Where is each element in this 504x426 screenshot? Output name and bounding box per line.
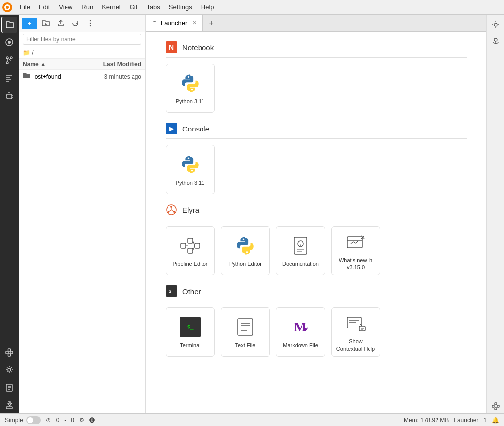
menu-run[interactable]: Run <box>77 2 97 12</box>
toggle-switch-control[interactable] <box>26 416 41 424</box>
section-elyra: Elyra P <box>166 204 467 275</box>
upload-button[interactable] <box>54 17 67 30</box>
python-editor-icon <box>234 234 257 258</box>
card-python311-notebook[interactable]: Python 3.11 <box>166 64 215 113</box>
sidebar-item-notebook-tools[interactable] <box>1 380 17 395</box>
card-show-contextual-help[interactable]: Show Contextual Help <box>331 307 380 357</box>
file-list-header: Name ▲ Last Modified <box>19 59 145 70</box>
tab-launcher[interactable]: 🗒 Launcher ✕ <box>146 15 203 31</box>
terminal-settings-icon[interactable]: ⚙ <box>79 417 84 423</box>
menu-edit[interactable]: Edit <box>35 2 54 12</box>
toggle-knob <box>27 417 33 423</box>
breadcrumb-icon: 📁 <box>23 49 30 56</box>
file-modified: 3 minutes ago <box>82 73 141 80</box>
card-documentation[interactable]: i Documentation <box>276 226 325 275</box>
svg-rect-30 <box>238 319 253 335</box>
sidebar-item-toc[interactable] <box>1 70 17 86</box>
console-section-icon: ▶ <box>166 123 177 134</box>
svg-point-2 <box>6 6 9 9</box>
card-markdown-file[interactable]: M Markdown File <box>276 307 325 357</box>
simple-mode-label: Simple <box>5 417 23 424</box>
statusbar-right: Mem: 178.92 MB Launcher 1 🔔 <box>404 417 499 424</box>
refresh-button[interactable] <box>69 17 82 30</box>
card-markdown-file-label: Markdown File <box>283 342 318 349</box>
menu-settings[interactable]: Settings <box>165 2 196 12</box>
notification-icon[interactable]: 🔔 <box>492 417 499 424</box>
mem-label: Mem: 178.92 MB <box>404 417 449 424</box>
extension-right-button[interactable] <box>489 399 503 413</box>
search-input[interactable] <box>23 34 141 45</box>
svg-rect-14 <box>6 407 12 409</box>
section-elyra-header: Elyra <box>166 204 467 220</box>
svg-point-4 <box>8 41 11 44</box>
search-bar <box>19 32 145 47</box>
section-elyra-title: Elyra <box>182 206 199 214</box>
svg-point-12 <box>8 368 11 371</box>
svg-rect-25 <box>195 243 200 248</box>
sort-icon: ▲ <box>40 61 46 67</box>
kernel-count-icon: ⏱ <box>46 417 51 423</box>
card-pipeline-editor[interactable]: Pipeline Editor <box>166 226 215 275</box>
svg-rect-11 <box>8 354 11 356</box>
card-text-file[interactable]: Text File <box>221 307 270 357</box>
status-bar: Simple ⏱ 0 ▪ 0 ⚙ 🅒 Mem: 178.92 MB Launch… <box>0 413 504 426</box>
svg-rect-23 <box>188 238 193 243</box>
file-toolbar: + + <box>19 15 145 32</box>
card-show-contextual-help-label: Show Contextual Help <box>336 338 376 352</box>
list-item[interactable]: lost+found 3 minutes ago <box>19 70 145 83</box>
new-folder-button[interactable] <box>39 17 52 30</box>
svg-rect-8 <box>6 351 8 354</box>
new-tab-button[interactable]: + <box>204 16 219 31</box>
show-contextual-help-icon <box>344 312 368 335</box>
terminal-count: 0 <box>71 417 74 424</box>
simple-mode-toggle[interactable]: Simple <box>5 416 41 424</box>
svg-rect-39 <box>495 408 497 410</box>
card-pipeline-editor-label: Pipeline Editor <box>173 261 208 267</box>
sidebar-item-running[interactable] <box>1 34 17 50</box>
column-name-header[interactable]: Name ▲ <box>23 61 82 67</box>
card-python311-console-label: Python 3.11 <box>176 179 205 186</box>
card-python311-console[interactable]: Python 3.11 <box>166 145 215 194</box>
sidebar-item-extension-manager[interactable] <box>1 397 17 413</box>
tab-launcher-icon: 🗒 <box>152 20 158 27</box>
other-cards: $_ Terminal Text File <box>166 307 467 357</box>
more-options-button[interactable] <box>84 17 97 30</box>
menu-view[interactable]: View <box>55 2 76 12</box>
section-other-title: Other <box>182 287 201 295</box>
card-terminal[interactable]: $_ Terminal <box>166 307 215 357</box>
column-modified-header[interactable]: Last Modified <box>82 61 141 67</box>
breadcrumb: 📁 / <box>19 47 145 59</box>
card-whats-new[interactable]: What's new in v3.15.0 <box>331 226 380 275</box>
svg-point-7 <box>6 62 8 64</box>
svg-point-6 <box>10 57 12 59</box>
property-inspector-right-button[interactable] <box>489 18 503 32</box>
section-console-title: Console <box>182 125 209 133</box>
menu-file[interactable]: File <box>16 2 34 12</box>
sidebar-item-property-inspector[interactable] <box>1 362 17 378</box>
sidebar-item-debugger[interactable] <box>1 88 17 103</box>
tab-close-icon[interactable]: ✕ <box>192 20 197 26</box>
statusbar-left: Simple ⏱ 0 ▪ 0 ⚙ 🅒 <box>5 416 95 424</box>
file-panel: + + 📁 / Name ▲ <box>19 15 146 413</box>
menu-help[interactable]: Help <box>197 2 218 12</box>
debugger-right-button[interactable] <box>489 34 503 48</box>
sidebar-item-extensions[interactable] <box>1 344 17 360</box>
tab-bar: 🗒 Launcher ✕ + <box>146 15 486 32</box>
svg-point-19 <box>170 206 172 208</box>
launcher-panel: N Notebook Pyt <box>146 32 486 413</box>
sidebar-item-file-browser[interactable] <box>1 17 17 33</box>
new-button[interactable]: + + <box>22 18 37 29</box>
svg-rect-22 <box>181 243 186 248</box>
elyra-section-icon <box>166 204 177 216</box>
svg-point-16 <box>89 23 90 24</box>
card-python-editor[interactable]: Python Editor <box>221 226 270 275</box>
menu-tabs[interactable]: Tabs <box>142 2 164 12</box>
menu-git[interactable]: Git <box>126 2 142 12</box>
svg-rect-38 <box>495 403 497 405</box>
terminal-icon: $_ <box>178 315 202 339</box>
launcher-status-label: Launcher <box>454 417 478 424</box>
sidebar-item-git[interactable] <box>1 52 17 68</box>
other-section-icon: $_ <box>166 285 177 297</box>
menu-kernel[interactable]: Kernel <box>98 2 125 12</box>
folder-icon <box>23 72 31 81</box>
